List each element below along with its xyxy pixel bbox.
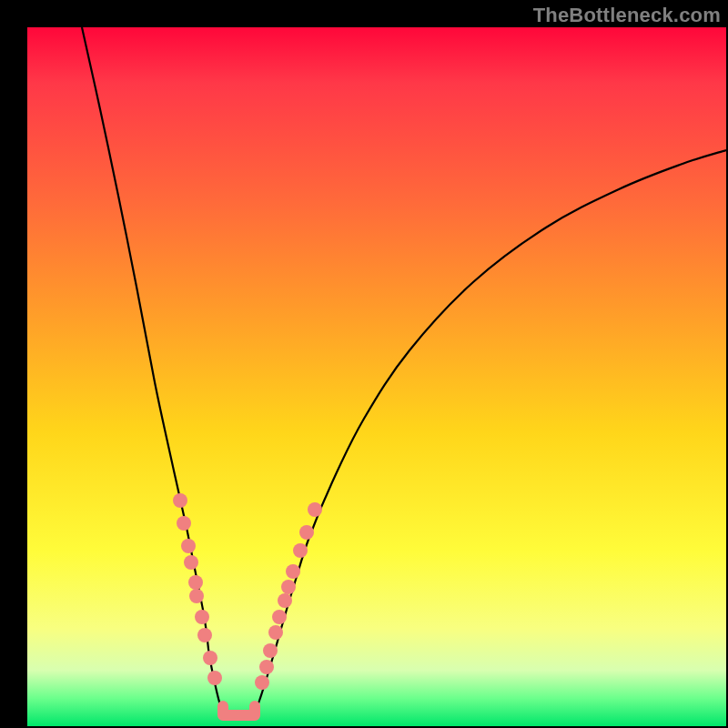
data-point — [181, 539, 196, 553]
data-point — [278, 593, 292, 608]
data-point — [207, 671, 222, 685]
data-point — [197, 628, 212, 642]
data-point — [263, 643, 278, 658]
data-point — [308, 502, 322, 517]
scatter-right-branch — [255, 502, 322, 690]
data-point — [188, 575, 203, 590]
data-point — [173, 493, 187, 508]
valley-bracket — [223, 706, 255, 715]
data-point — [293, 543, 308, 558]
scatter-left-branch — [173, 493, 222, 685]
data-point — [286, 564, 300, 579]
data-point — [299, 525, 314, 540]
chart-area — [27, 27, 726, 726]
data-point — [203, 651, 217, 665]
data-point — [255, 675, 269, 690]
chart-svg — [27, 27, 726, 726]
watermark-text: TheBottleneck.com — [533, 4, 721, 27]
data-point — [281, 580, 296, 594]
curve-right-branch — [253, 150, 726, 717]
data-point — [177, 516, 191, 531]
data-point — [259, 660, 274, 674]
data-point — [268, 625, 283, 640]
data-point — [195, 610, 209, 624]
data-point — [184, 555, 198, 570]
data-point — [272, 610, 287, 624]
data-point — [189, 589, 204, 603]
